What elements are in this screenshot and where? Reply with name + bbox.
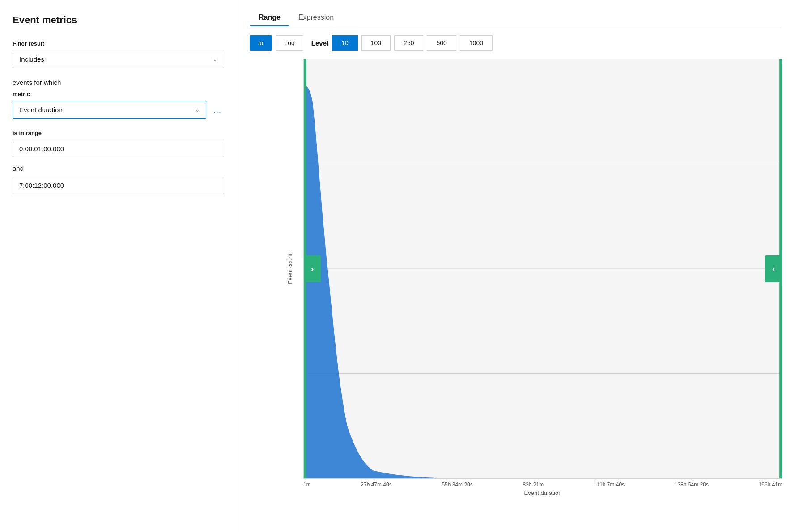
filter-result-chevron-icon: ⌄ <box>213 56 217 63</box>
tabs-bar: Range Expression <box>250 9 782 26</box>
metric-label: metric <box>13 91 224 97</box>
filter-result-value: Includes <box>19 55 44 63</box>
x-label-5: 138h 54m 20s <box>675 481 709 488</box>
x-axis-labels: 1m 27h 47m 40s 55h 34m 20s 83h 21m 111h … <box>303 479 782 488</box>
left-panel: Event metrics Filter result Includes ⌄ e… <box>0 0 237 532</box>
right-panel: Range Expression ar Log Level 10 100 250… <box>237 0 795 532</box>
range-handle-right[interactable]: ‹ <box>765 255 782 282</box>
tab-range[interactable]: Range <box>250 9 289 26</box>
level-100-button[interactable]: 100 <box>361 35 391 51</box>
controls-bar: ar Log Level 10 100 250 500 1000 <box>250 35 782 51</box>
x-label-0: 1m <box>303 481 311 488</box>
chart-container: Event count 2000 1500 1000 500 <box>250 59 782 523</box>
x-label-1: 27h 47m 40s <box>361 481 391 488</box>
filter-result-dropdown[interactable]: Includes ⌄ <box>13 51 224 68</box>
scale-linear-button[interactable]: ar <box>250 35 272 51</box>
scale-log-button[interactable]: Log <box>276 35 303 51</box>
x-axis-label: Event duration <box>303 490 782 496</box>
level-500-button[interactable]: 500 <box>427 35 456 51</box>
range-end-input[interactable] <box>13 177 224 194</box>
level-1000-button[interactable]: 1000 <box>460 35 493 51</box>
metric-row: Event duration ⌄ ... <box>13 101 224 119</box>
events-for-which-label: events for which <box>13 79 224 86</box>
metric-ellipsis-button[interactable]: ... <box>211 104 224 117</box>
chart-svg: 2000 1500 1000 500 <box>304 59 782 478</box>
range-handle-left[interactable]: › <box>304 255 321 282</box>
metric-dropdown[interactable]: Event duration ⌄ <box>13 101 206 119</box>
metric-value: Event duration <box>19 106 63 114</box>
y-axis-label: Event count <box>287 253 293 284</box>
x-label-2: 55h 34m 20s <box>442 481 472 488</box>
level-250-button[interactable]: 250 <box>394 35 423 51</box>
panel-title: Event metrics <box>13 14 224 26</box>
filter-result-label: Filter result <box>13 40 224 47</box>
level-label: Level <box>311 39 328 47</box>
range-start-input[interactable] <box>13 140 224 157</box>
is-in-range-label: is in range <box>13 130 224 136</box>
level-10-button[interactable]: 10 <box>332 35 358 51</box>
metric-chevron-icon: ⌄ <box>195 107 200 113</box>
x-label-4: 111h 7m 40s <box>594 481 625 488</box>
and-label: and <box>13 165 224 172</box>
x-label-3: 83h 21m <box>523 481 544 488</box>
tab-expression[interactable]: Expression <box>289 9 343 26</box>
x-label-6: 166h 41m <box>759 481 782 488</box>
